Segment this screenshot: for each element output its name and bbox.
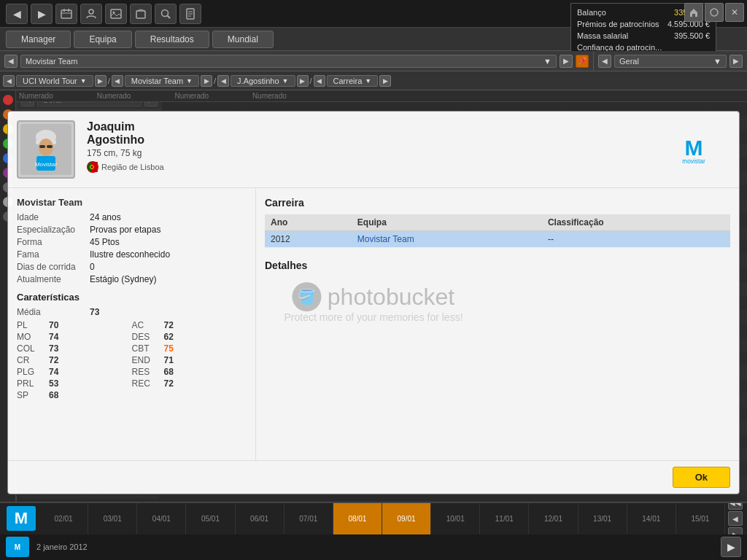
- characteristics-section: Caraterísticas Média 73 PL 70: [17, 292, 247, 400]
- char-grid: PL 70 AC 72 MO 74: [17, 320, 247, 400]
- panel-left-fwd[interactable]: ▶: [560, 55, 573, 68]
- panel-geral-dropdown[interactable]: Geral ▼: [614, 55, 727, 68]
- nav-forward-btn[interactable]: ▶: [31, 4, 53, 24]
- char-title: Caraterísticas: [17, 292, 247, 303]
- minimize-btn[interactable]: [705, 3, 724, 22]
- char-plg: PLG 74: [17, 367, 132, 377]
- career-row[interactable]: 2012 Movistar Team --: [265, 231, 730, 248]
- tl-0301[interactable]: 03/01: [88, 503, 137, 534]
- team-name: Movistar Team: [17, 197, 247, 208]
- tl-0801[interactable]: 08/01: [333, 503, 382, 534]
- bc-team: ◀ Movistar Team ▼ ▶: [112, 75, 212, 87]
- flag-pt: [87, 161, 98, 173]
- panel-team-dropdown[interactable]: Movistar Team ▼: [20, 55, 557, 68]
- tab-resultados[interactable]: Resultados: [135, 31, 209, 48]
- tl-nav-3[interactable]: ▶: [728, 527, 743, 534]
- career-ano: 2012: [265, 231, 352, 248]
- nav-back-btn[interactable]: ◀: [6, 4, 28, 24]
- tl-1501[interactable]: 15/01: [676, 503, 725, 534]
- sidebar-dot-1[interactable]: [3, 95, 13, 105]
- doc-btn[interactable]: [179, 4, 201, 24]
- image-btn[interactable]: [105, 4, 127, 24]
- breadcrumb: ◀ UCI World Tour ▼ ▶ / ◀ Movistar Team ▼…: [0, 71, 747, 90]
- detalhes-section: Detalhes: [265, 260, 730, 286]
- bc-carreira-fwd[interactable]: ▶: [379, 75, 391, 87]
- sponsors-label: Prémios de patrocínios: [577, 18, 659, 30]
- svg-rect-26: [91, 162, 98, 172]
- bc-team-back[interactable]: ◀: [112, 75, 123, 87]
- bc-uci-fwd[interactable]: ▶: [95, 75, 107, 87]
- bc-carreira: ◀ Carreira ▼ ▶: [314, 75, 392, 87]
- ok-button[interactable]: Ok: [673, 467, 730, 488]
- svg-rect-7: [136, 11, 145, 18]
- package-btn[interactable]: [130, 4, 152, 24]
- bc-team-fwd[interactable]: ▶: [201, 75, 212, 87]
- search-btn[interactable]: [155, 4, 177, 24]
- char-pl: PL 70: [17, 320, 132, 330]
- timeline-nav: ◀◀ ◀ ▶: [727, 503, 744, 534]
- bc-uci-back[interactable]: ◀: [3, 75, 15, 87]
- svg-text:M: M: [685, 136, 703, 160]
- player-flag: Região de Lisboa: [87, 161, 164, 173]
- tl-0901[interactable]: 09/01: [382, 503, 431, 534]
- stat-days: Dias de corrida 0: [17, 262, 247, 272]
- team-logo: M movistar: [657, 120, 730, 179]
- char-cr: CR 72: [17, 355, 132, 365]
- svg-rect-0: [61, 10, 71, 18]
- char-cbt: CBT 75: [132, 343, 247, 354]
- tl-0701[interactable]: 07/01: [285, 503, 333, 534]
- calendar-btn[interactable]: [55, 4, 77, 24]
- tl-1201[interactable]: 12/01: [529, 503, 578, 534]
- tl-1101[interactable]: 11/01: [480, 503, 529, 534]
- col-ano: Ano: [265, 214, 352, 231]
- tl-nav-2[interactable]: ◀: [728, 511, 743, 526]
- tab-mundial[interactable]: Mundial: [212, 31, 274, 48]
- popup-left: Movistar Team Idade 24 anos Especializaç…: [8, 188, 256, 460]
- panel-right-back[interactable]: ◀: [598, 55, 611, 68]
- bc-team-label[interactable]: Movistar Team ▼: [125, 75, 199, 87]
- tl-0401[interactable]: 04/01: [137, 503, 186, 534]
- char-res: RES 68: [132, 367, 247, 377]
- tl-1401[interactable]: 14/01: [627, 503, 676, 534]
- movistar-small-logo: M: [6, 537, 29, 557]
- tl-0601[interactable]: 06/01: [236, 503, 285, 534]
- tab-equipa[interactable]: Equipa: [74, 31, 131, 48]
- tl-nav-1[interactable]: ◀◀: [728, 503, 743, 510]
- bottom-info: M 2 janeiro 2012 ▶: [0, 534, 747, 560]
- bc-player-fwd[interactable]: ▶: [297, 75, 309, 87]
- user-btn[interactable]: [80, 4, 102, 24]
- bc-uci-label[interactable]: UCI World Tour ▼: [16, 75, 93, 87]
- home-btn[interactable]: [684, 3, 703, 22]
- bc-carreira-back[interactable]: ◀: [314, 75, 325, 87]
- bc-carreira-label[interactable]: Carreira ▼: [327, 75, 379, 87]
- tl-0501[interactable]: 05/01: [186, 503, 235, 534]
- tl-1301[interactable]: 13/01: [578, 503, 627, 534]
- panel-left-back[interactable]: ◀: [4, 55, 18, 68]
- stat-spec: Especialização Provas por etapas: [17, 225, 247, 235]
- salary-label: Massa salarial: [577, 30, 628, 42]
- salary-value: 395.500 €: [674, 30, 710, 42]
- svg-point-16: [711, 9, 718, 16]
- carreira-title: Carreira: [265, 197, 730, 209]
- svg-rect-5: [111, 9, 121, 18]
- close-btn[interactable]: ✕: [725, 3, 744, 22]
- char-end: END 71: [132, 355, 247, 365]
- bc-player-back[interactable]: ◀: [217, 75, 229, 87]
- stat-age: Idade 24 anos: [17, 212, 247, 222]
- stat-fama: Fama Ilustre desconhecido: [17, 249, 247, 260]
- bc-uci: ◀ UCI World Tour ▼ ▶: [3, 75, 107, 87]
- tl-0201[interactable]: 02/01: [39, 503, 88, 534]
- player-header: Movistar Joaquim Agostinho 175 cm, 75 kg: [8, 112, 739, 188]
- panel-pin[interactable]: 📌: [576, 55, 589, 68]
- bc-player-label[interactable]: J.Agostinho ▼: [231, 75, 295, 87]
- popup-body: Movistar Team Idade 24 anos Especializaç…: [8, 188, 739, 460]
- career-equipa: Movistar Team: [352, 231, 542, 248]
- col-class: Classificação: [542, 214, 730, 231]
- player-photo: Movistar: [17, 120, 75, 179]
- tab-manager[interactable]: Manager: [6, 31, 71, 48]
- panel-right-fwd[interactable]: ▶: [729, 55, 743, 68]
- tl-1001[interactable]: 10/01: [431, 503, 480, 534]
- char-prl: PRL 53: [17, 378, 132, 389]
- play-button[interactable]: ▶: [721, 537, 741, 557]
- popup-right: Carreira Ano Equipa Classificação 2012: [256, 188, 739, 460]
